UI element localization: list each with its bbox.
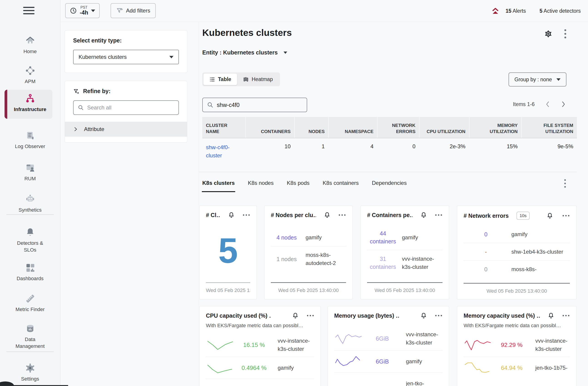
containers-cell: 10 [245, 138, 294, 165]
sparkline [206, 338, 235, 352]
time-picker-button[interactable]: PST -4h [65, 3, 100, 18]
column-header[interactable]: CONTAINERS [245, 117, 294, 138]
column-header[interactable]: MEMORY UTILIZATION [469, 117, 521, 138]
ellipsis-menu-icon[interactable] [242, 213, 250, 217]
table-view-toggle[interactable]: Table [203, 74, 237, 85]
namespace-cell: 4 [328, 138, 377, 165]
column-header[interactable]: NETWORK ERRORS [377, 117, 419, 138]
home-icon [0, 35, 60, 46]
entity-selector[interactable]: Entity : Kubernetes clusters [202, 49, 287, 56]
entity-type-select[interactable]: Kubernetes clusters [73, 50, 179, 64]
column-header[interactable]: CLUSTER NAME [202, 117, 245, 138]
sidebar-item-home[interactable]: Home [0, 32, 60, 58]
alerts-count[interactable]: 15 Alerts [505, 8, 526, 14]
metric-entity-name: vvv-instance-k3s-cluster [401, 330, 442, 347]
settings-gear-icon [0, 363, 60, 374]
metric-entity-name: jen-tko- [401, 379, 442, 386]
page-title: Kubernetes clusters [202, 27, 292, 38]
tab-k8s-pods[interactable]: K8s pods [287, 180, 309, 192]
entity-type-heading: Select entity type: [73, 37, 179, 44]
attribute-expander[interactable]: Attribute [65, 122, 187, 137]
list-icon [209, 77, 215, 83]
metric-entity-name: vvv-instance-k3s-cluster [273, 337, 314, 353]
sidebar-item-detectors-slos[interactable]: Detectors & SLOs [0, 223, 60, 256]
clusters-table: CLUSTER NAME CONTAINERS NODES NAMESPACE … [202, 117, 577, 165]
card-timestamp: Wed 05 Feb 2025 13:40:00 [206, 283, 250, 293]
column-header[interactable]: CPU UTILIZATION [419, 117, 469, 138]
sidebar-item-log-observer[interactable]: Log Observer [0, 127, 60, 153]
ellipsis-menu-icon[interactable] [435, 314, 442, 318]
add-filters-button[interactable]: Add filters [111, 3, 156, 18]
metric-row: 31 containers vvv-instance-k3s-cluster [367, 250, 442, 276]
bell-icon[interactable] [228, 212, 235, 218]
sidebar-item-settings[interactable]: Settings [0, 359, 60, 386]
table-header-row: CLUSTER NAME CONTAINERS NODES NAMESPACE … [202, 117, 577, 138]
sidebar-item-metric-finder[interactable]: Metric Finder [0, 290, 60, 316]
tab-k8s-containers[interactable]: K8s containers [323, 180, 359, 192]
cluster-search-input[interactable] [217, 102, 303, 108]
search-icon [78, 105, 84, 111]
bell-icon[interactable] [547, 312, 554, 319]
tabs-kebab-menu-icon[interactable] [564, 179, 566, 189]
sidebar-divider [6, 214, 54, 215]
chevron-left-icon[interactable] [545, 100, 550, 108]
sidebar-item-dashboards[interactable]: Dashboards [0, 259, 60, 285]
gear-icon[interactable] [544, 30, 552, 38]
ellipsis-menu-icon[interactable] [307, 314, 314, 318]
sparkline-row: jen-tko- [334, 372, 442, 386]
kebab-menu-icon[interactable] [564, 29, 567, 39]
cpu-utilization-cell: 2e-3% [419, 138, 469, 165]
hamburger-menu-icon[interactable] [23, 7, 35, 16]
infrastructure-icon [0, 93, 60, 104]
entity-selector-label: Entity : Kubernetes clusters [202, 49, 278, 56]
ellipsis-menu-icon[interactable] [562, 314, 570, 318]
bell-icon[interactable] [420, 312, 427, 319]
metric-value: 92.29 % [493, 342, 531, 348]
metric-value-link[interactable]: 6GiB [363, 335, 401, 342]
bell-icon[interactable] [324, 212, 331, 218]
metric-value-link[interactable]: 4 nodes [271, 234, 302, 242]
sidebar-item-label: Data Management [11, 336, 49, 349]
sidebar-item-data-management[interactable]: Data Management [0, 320, 60, 353]
bell-icon[interactable] [292, 312, 299, 319]
caret-down-icon [284, 52, 287, 54]
bell-icon[interactable] [546, 212, 553, 219]
metric-value-link[interactable]: 0 [463, 231, 508, 238]
ellipsis-menu-icon[interactable] [338, 213, 346, 217]
resolution-chip: 10s [517, 212, 530, 220]
sidebar-item-synthetics[interactable]: Synthetics [0, 190, 60, 217]
sparkline [334, 331, 363, 346]
column-header[interactable]: NODES [294, 117, 328, 138]
alert-severity-icon[interactable] [491, 7, 500, 15]
tab-k8s-clusters[interactable]: K8s clusters [202, 180, 235, 192]
group-by-select[interactable]: Group by : none [508, 72, 567, 86]
bell-icon [0, 227, 60, 238]
metric-value-link[interactable]: 31 containers [367, 255, 399, 271]
table-toggle-label: Table [218, 76, 231, 83]
ellipsis-menu-icon[interactable] [562, 214, 570, 218]
refine-search-input[interactable] [87, 105, 174, 111]
column-header[interactable]: FILE SYSTEM UTILIZATION [521, 117, 577, 138]
chevron-right-icon[interactable] [561, 100, 567, 108]
sparkline [206, 361, 235, 375]
metric-value: - [463, 248, 508, 256]
column-header[interactable]: NAMESPACE [328, 117, 377, 138]
ellipsis-menu-icon[interactable] [435, 213, 442, 217]
cluster-name-link[interactable]: shw-c4f0-cluster [206, 143, 236, 160]
tab-dependencies[interactable]: Dependencies [372, 180, 407, 192]
metric-value-link[interactable]: 44 containers [367, 230, 399, 245]
group-by-label: Group by : none [514, 77, 552, 83]
tab-k8s-nodes[interactable]: K8s nodes [248, 180, 273, 192]
metric-value-link[interactable]: 6GiB [363, 358, 401, 365]
bell-icon[interactable] [420, 212, 427, 218]
sidebar-item-infrastructure[interactable]: Infrastructure [0, 90, 60, 119]
sidebar-item-apm[interactable]: APM [0, 62, 60, 88]
heatmap-view-toggle[interactable]: Heatmap [237, 74, 279, 85]
metric-entity-name: moss-k8s-autodetect-2 [302, 251, 346, 267]
metric-entity-name: gamify [508, 230, 570, 238]
bottom-edge-sliver [0, 385, 68, 386]
sidebar-item-rum[interactable]: RUM [0, 159, 60, 185]
caret-down-icon [169, 56, 173, 58]
active-detectors-count[interactable]: 5 Active detectors [539, 8, 581, 14]
sidebar-item-label: Settings [21, 376, 39, 382]
